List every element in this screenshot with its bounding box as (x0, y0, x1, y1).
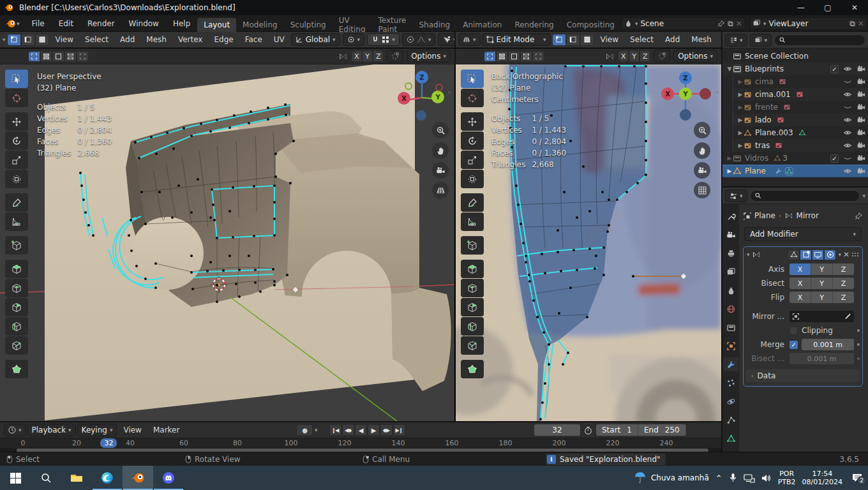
tab-collection[interactable] (723, 320, 738, 334)
current-frame-field[interactable]: 32 (534, 424, 580, 436)
outliner-row-cima[interactable]: ▶ cima (733, 75, 868, 88)
discord-button[interactable] (153, 466, 184, 490)
workspace-tab-uv-editing[interactable]: UV Editing (333, 18, 372, 32)
disclosure-triangle[interactable]: ▶ (737, 91, 744, 98)
pan-button-r[interactable] (694, 142, 710, 159)
vp-left-menu-view[interactable]: View (50, 35, 79, 44)
mirror-y-button[interactable]: Y (362, 50, 373, 62)
merge-checkbox[interactable]: ✓ (789, 341, 798, 349)
hide-icon[interactable] (843, 128, 852, 137)
tool-transform[interactable] (5, 170, 28, 188)
tab-world[interactable] (723, 302, 738, 316)
select-extend-button-r[interactable] (496, 51, 508, 62)
hide-icon[interactable] (843, 77, 852, 86)
tool-move[interactable] (5, 112, 28, 131)
editor-type-button[interactable]: ▾ (458, 33, 481, 46)
snap-dropdown[interactable]: ▾ (367, 33, 400, 46)
workspace-tab-texture-paint[interactable]: Texture Paint (372, 18, 413, 32)
workspace-tab-shading[interactable]: Shading (412, 18, 456, 32)
select-set-button-r[interactable] (484, 51, 496, 62)
tool-move-r[interactable] (461, 112, 484, 131)
timeline-editor-type-button[interactable]: ▾ (4, 424, 26, 436)
tool-scale-r[interactable] (461, 151, 484, 169)
scene-selector[interactable]: ▾ Scene ⧉ ✕ (621, 17, 745, 30)
action-center-button[interactable]: 2 (851, 473, 863, 483)
tab-tool[interactable] (723, 209, 738, 223)
gizmo-y-neg[interactable] (405, 82, 412, 90)
hide-icon[interactable] (843, 103, 852, 112)
toggle-on-cage[interactable] (788, 249, 800, 260)
tool-options-dropdown-r[interactable]: Options▾ (673, 50, 717, 63)
gizmo-y-axis-r[interactable]: Y (679, 87, 692, 100)
tool-options-dropdown[interactable]: Options▾ (407, 50, 451, 63)
tab-constraints[interactable] (723, 413, 738, 427)
start-frame-field[interactable]: Start1 (596, 424, 638, 436)
animate-dot[interactable] (857, 357, 860, 360)
exclude-checkbox[interactable]: ✓ (830, 154, 839, 163)
tab-physics[interactable] (723, 394, 738, 408)
play-reverse-button[interactable]: ◀ (355, 424, 367, 436)
select-invert-button-r[interactable] (520, 51, 532, 62)
bisect-distance-field[interactable]: 0.001 m (789, 353, 854, 364)
breadcrumb-object[interactable]: Plane (754, 211, 775, 220)
vp-right-menu-select[interactable]: Select (625, 35, 659, 44)
outliner-row-blueprints[interactable]: ▼ Blueprints ✓ (722, 63, 868, 75)
drag-handle-icon[interactable] (851, 252, 859, 257)
vp-left-menu-add[interactable]: Add (115, 35, 140, 44)
tool-annotate[interactable] (5, 193, 28, 212)
tool-select-box-r[interactable] (461, 70, 484, 88)
clock[interactable]: 17:5408/01/2024 (802, 470, 842, 486)
sidebar-collapse-arrow-r[interactable]: ‹ (716, 89, 719, 96)
gizmo-x-axis[interactable]: X (398, 92, 410, 105)
outliner-row-frente[interactable]: ▶ frente (733, 101, 868, 114)
render-visibility-icon[interactable] (857, 103, 865, 112)
mirror-object-field[interactable] (789, 311, 854, 322)
snap-options-button-r[interactable] (654, 50, 670, 63)
hide-icon[interactable] (843, 115, 852, 124)
render-visibility-icon[interactable] (857, 77, 865, 86)
start-button[interactable] (0, 466, 31, 490)
gizmo-z-neg-r[interactable] (680, 109, 691, 121)
gizmo-x-neg-r[interactable] (700, 88, 711, 100)
tool-extrude-region-r[interactable] (461, 260, 484, 278)
animate-dot[interactable] (857, 329, 860, 332)
proportional-editing-dropdown[interactable]: ▾ (402, 33, 436, 46)
transform-orientation-dropdown[interactable]: Global▾ (291, 33, 340, 46)
toggle-render[interactable] (824, 249, 836, 260)
bisect-z-button[interactable]: Z (833, 278, 854, 289)
tool-annotate-r[interactable] (461, 193, 484, 212)
weather-widget[interactable]: Chuva amanhã (634, 471, 709, 484)
render-visibility-icon[interactable] (857, 90, 865, 99)
outliner-display-mode-dropdown[interactable]: ▾ (725, 34, 747, 47)
add-modifier-dropdown[interactable]: Add Modifier▾ (744, 227, 862, 241)
axis-x-button[interactable]: X (789, 264, 811, 275)
snap-options-button[interactable] (387, 50, 403, 63)
workspace-tab-compositing[interactable]: Compositing (560, 18, 621, 32)
play-button[interactable]: ▶ (368, 424, 380, 436)
outliner-label[interactable]: cima.001 (755, 90, 791, 99)
tool-scale[interactable] (5, 151, 28, 169)
data-subpanel[interactable]: ›Data (746, 369, 860, 382)
delete-modifier-icon[interactable]: ✕ (843, 250, 849, 259)
extras-chevron[interactable]: ▾ (838, 251, 841, 258)
disclosure-triangle[interactable]: ▶ (737, 142, 744, 149)
pan-button[interactable] (432, 142, 449, 159)
tool-bevel-r[interactable] (461, 298, 484, 316)
face-select-button-r[interactable] (580, 34, 594, 46)
outliner-row-plane[interactable]: ▶ Plane (722, 165, 868, 177)
tool-rotate[interactable] (5, 131, 28, 150)
pin-icon[interactable] (717, 20, 725, 27)
next-keyframe-button[interactable]: ◆▶ (380, 424, 393, 436)
select-intersect-button-r[interactable] (532, 51, 544, 62)
view-layer-name[interactable]: ViewLayer (768, 19, 847, 28)
tab-output[interactable] (723, 246, 738, 260)
outliner-label[interactable]: tras (755, 141, 770, 150)
playback-menu[interactable]: Playback▾ (27, 424, 76, 436)
outliner-row-scene-collection[interactable]: Scene Collection (722, 50, 868, 63)
outliner-label[interactable]: lado (755, 115, 772, 124)
flip-x-button[interactable]: X (789, 292, 811, 303)
vp-left-menu-uv[interactable]: UV (269, 35, 290, 44)
workspace-tab-sculpting[interactable]: Sculpting (284, 18, 333, 32)
menu-file[interactable]: File (25, 15, 52, 32)
outliner-label[interactable]: Plane.003 (755, 128, 793, 137)
